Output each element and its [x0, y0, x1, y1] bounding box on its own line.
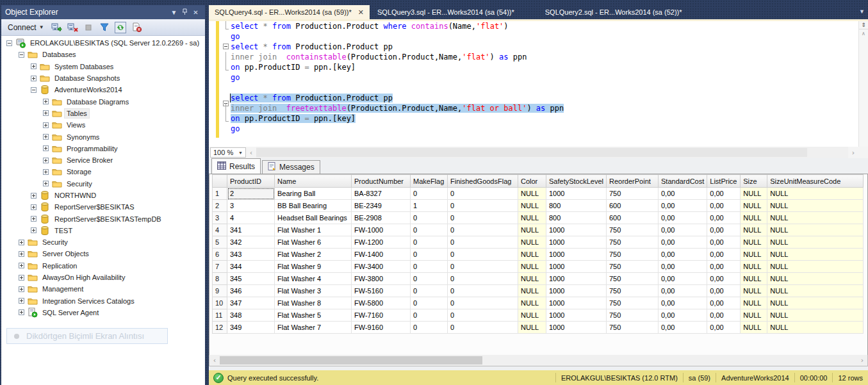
grid-cell[interactable]: 750 [607, 273, 659, 285]
grid-cell[interactable]: 0 [448, 273, 518, 285]
expand-icon[interactable] [43, 145, 49, 151]
grid-cell[interactable]: 348 [227, 309, 275, 322]
grid-cell[interactable]: 0 [448, 212, 518, 224]
grid-cell[interactable]: Headset Ball Bearings [275, 212, 352, 224]
grid-cell[interactable]: FW-5800 [352, 297, 411, 309]
tree-item-replication[interactable]: Replication [1, 260, 205, 272]
grid-cell[interactable]: NULL [767, 297, 864, 309]
grid-cell[interactable]: 0,00 [707, 249, 741, 261]
tree-item-integration-services-catalogs[interactable]: Integration Services Catalogs [1, 295, 205, 307]
grid-cell[interactable]: 342 [227, 236, 275, 249]
grid-cell[interactable]: 1000 [546, 285, 607, 297]
grid-cell[interactable]: 800 [546, 212, 607, 224]
grid-cell[interactable]: 1000 [546, 309, 607, 322]
row-number-cell[interactable]: 4 [213, 224, 227, 236]
grid-cell[interactable]: 750 [607, 309, 659, 322]
grid-cell[interactable]: NULL [767, 212, 864, 224]
grid-cell[interactable]: 0,00 [659, 249, 707, 261]
grid-cell[interactable]: FW-3800 [352, 273, 411, 285]
grid-cell[interactable]: 1000 [546, 188, 607, 200]
sql-editor[interactable]: select * from Production.Product where c… [209, 19, 868, 158]
grid-cell[interactable]: 1 [411, 200, 448, 212]
expand-icon[interactable] [19, 240, 24, 245]
grid-cell[interactable]: 0,00 [659, 236, 707, 249]
grid-cell[interactable]: 0,00 [659, 212, 707, 224]
grid-cell[interactable]: NULL [741, 249, 767, 261]
tree-item-reportserver-besiktastempdb[interactable]: ReportServer$BESIKTASTempDB [1, 213, 205, 224]
grid-cell[interactable]: FW-3400 [352, 261, 411, 273]
grid-cell[interactable]: NULL [741, 309, 767, 322]
script-error-icon[interactable] [131, 21, 143, 33]
results-tab-messages[interactable]: Messages [262, 160, 320, 174]
results-scroll-right-icon[interactable]: › [857, 356, 867, 365]
grid-cell[interactable]: 1000 [546, 322, 607, 334]
row-number-cell[interactable]: 9 [213, 285, 227, 297]
tree-item-sql-server-agent[interactable]: SQL Server Agent [1, 307, 205, 318]
tree-item-database-diagrams[interactable]: Database Diagrams [1, 95, 205, 107]
tree-item-management[interactable]: Management [1, 283, 205, 295]
grid-cell[interactable]: 0,00 [707, 188, 741, 200]
grid-cell[interactable]: 347 [227, 297, 275, 309]
grid-cell[interactable]: NULL [518, 285, 546, 297]
grid-cell[interactable]: NULL [518, 188, 546, 200]
column-header-sizeunitmeasurecode[interactable]: SizeUnitMeasureCode [767, 175, 864, 188]
grid-cell[interactable]: NULL [767, 322, 864, 334]
tree-item-views[interactable]: Views [1, 119, 205, 131]
disconnect-server-icon[interactable] [67, 21, 79, 33]
expand-icon[interactable] [19, 275, 24, 281]
row-number-cell[interactable]: 3 [213, 212, 227, 224]
grid-cell[interactable]: 0,00 [659, 261, 707, 273]
grid-cell[interactable]: NULL [518, 212, 546, 224]
grid-cell[interactable]: NULL [741, 322, 767, 334]
grid-cell[interactable]: 1000 [546, 273, 607, 285]
expand-icon[interactable] [19, 309, 24, 315]
scroll-left-icon[interactable]: ‹ [246, 149, 256, 157]
grid-cell[interactable]: 0,00 [707, 212, 741, 224]
grid-cell[interactable]: 750 [607, 224, 659, 236]
grid-cell[interactable]: 0 [411, 297, 448, 309]
grid-cell[interactable]: 750 [607, 236, 659, 249]
refresh-icon[interactable] [115, 21, 127, 33]
expand-icon[interactable] [19, 251, 24, 257]
grid-cell[interactable]: 0,00 [707, 285, 741, 297]
tree-item-alwayson-high-availability[interactable]: AlwaysOn High Availability [1, 272, 205, 283]
filter-icon[interactable] [99, 21, 111, 33]
expand-icon[interactable] [31, 63, 37, 69]
grid-cell[interactable]: 0 [448, 285, 518, 297]
grid-cell[interactable]: NULL [741, 261, 767, 273]
expand-icon[interactable] [19, 263, 24, 268]
grid-cell[interactable]: Flat Washer 3 [275, 285, 352, 297]
row-number-cell[interactable]: 8 [213, 273, 227, 285]
grid-cell[interactable]: 0,00 [659, 188, 707, 200]
column-header-color[interactable]: Color [518, 175, 546, 188]
grid-cell[interactable]: NULL [767, 188, 864, 200]
row-number-cell[interactable]: 1 [213, 188, 227, 200]
grid-cell[interactable]: NULL [518, 322, 546, 334]
collapse-icon[interactable] [19, 52, 24, 58]
grid-cell[interactable]: Flat Washer 6 [275, 236, 352, 249]
grid-cell[interactable]: 0 [411, 188, 448, 200]
grid-cell[interactable]: 0,00 [659, 297, 707, 309]
grid-cell[interactable]: NULL [767, 236, 864, 249]
window-position-icon[interactable]: ▼ [168, 9, 179, 16]
grid-cell[interactable]: 0 [448, 224, 518, 236]
tree-item-synonyms[interactable]: Synonyms [1, 131, 205, 142]
column-header-makeflag[interactable]: MakeFlag [411, 175, 448, 188]
grid-cell[interactable]: Flat Washer 9 [275, 261, 352, 273]
grid-cell[interactable]: NULL [741, 200, 767, 212]
grid-cell[interactable]: 1000 [546, 249, 607, 261]
grid-cell[interactable]: 0 [448, 200, 518, 212]
grid-cell[interactable]: 0 [411, 261, 448, 273]
grid-cell[interactable]: 0 [448, 297, 518, 309]
collapse-region-icon[interactable] [223, 44, 229, 49]
grid-cell[interactable]: 0 [411, 309, 448, 322]
grid-cell[interactable]: NULL [518, 249, 546, 261]
tree-item-reportserver-besiktas[interactable]: ReportServer$BESIKTAS [1, 201, 205, 213]
grid-cell[interactable]: 0 [411, 249, 448, 261]
grid-cell[interactable]: 1000 [546, 297, 607, 309]
grid-cell[interactable]: 0 [411, 236, 448, 249]
grid-cell[interactable]: 1000 [546, 224, 607, 236]
grid-cell[interactable]: 750 [607, 297, 659, 309]
grid-cell[interactable]: NULL [741, 285, 767, 297]
grid-cell[interactable]: 0,00 [707, 322, 741, 334]
